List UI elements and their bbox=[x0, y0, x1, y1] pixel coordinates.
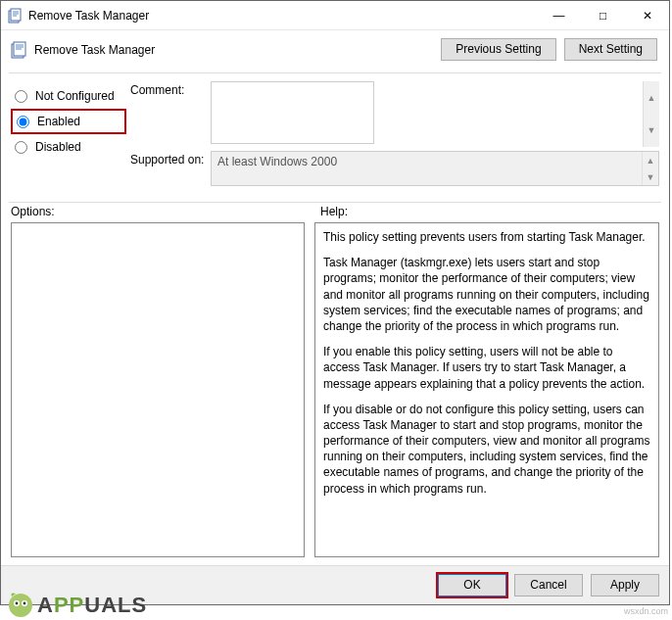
window-controls: — □ ✕ bbox=[537, 1, 669, 30]
help-paragraph: If you disable or do not configure this … bbox=[323, 402, 650, 497]
ok-button[interactable]: OK bbox=[438, 574, 506, 596]
minimize-button[interactable]: — bbox=[537, 1, 581, 30]
radio-disabled-input[interactable] bbox=[15, 141, 27, 154]
apply-button[interactable]: Apply bbox=[591, 574, 659, 596]
titlebar: Remove Task Manager — □ ✕ bbox=[1, 1, 669, 30]
settings-area: Not Configured Enabled Disabled Comment:… bbox=[1, 73, 669, 198]
comment-input[interactable] bbox=[211, 81, 374, 144]
header: Remove Task Manager Previous Setting Nex… bbox=[1, 30, 669, 69]
options-label: Options: bbox=[11, 205, 320, 218]
radio-enabled[interactable]: Enabled bbox=[11, 109, 126, 134]
scroll-down-icon[interactable]: ▼ bbox=[644, 115, 659, 148]
supported-on-value: At least Windows 2000 bbox=[217, 155, 337, 168]
help-label: Help: bbox=[320, 205, 348, 218]
scroll-arrows: ▲ ▼ bbox=[643, 81, 659, 147]
watermark-brand: APPUALS bbox=[4, 589, 147, 618]
policy-icon bbox=[7, 8, 23, 24]
brand-a: A bbox=[37, 593, 54, 618]
policy-title: Remove Task Manager bbox=[34, 43, 441, 57]
help-paragraph: Task Manager (taskmgr.exe) lets users st… bbox=[323, 255, 650, 334]
cancel-button[interactable]: Cancel bbox=[514, 574, 583, 596]
radio-label: Disabled bbox=[35, 140, 81, 154]
gpedit-dialog: Remove Task Manager — □ ✕ Remove Task Ma… bbox=[0, 0, 670, 605]
radio-label: Not Configured bbox=[35, 89, 115, 103]
next-setting-button[interactable]: Next Setting bbox=[564, 38, 657, 61]
maximize-button[interactable]: □ bbox=[581, 1, 625, 30]
panel-labels: Options: Help: bbox=[1, 203, 669, 222]
brand-pp: PP bbox=[54, 593, 84, 618]
close-button[interactable]: ✕ bbox=[625, 1, 669, 30]
previous-setting-button[interactable]: Previous Setting bbox=[441, 38, 555, 61]
window-title: Remove Task Manager bbox=[28, 9, 537, 23]
comment-label: Comment: bbox=[130, 81, 211, 147]
radio-enabled-input[interactable] bbox=[17, 116, 29, 128]
help-paragraph: If you enable this policy setting, users… bbox=[323, 344, 650, 392]
corner-watermark: wsxdn.com bbox=[624, 606, 668, 616]
help-paragraph: This policy setting prevents users from … bbox=[323, 229, 650, 245]
brand-uals: UALS bbox=[84, 593, 147, 618]
mascot-icon bbox=[4, 589, 37, 618]
radio-not-configured-input[interactable] bbox=[15, 90, 27, 103]
svg-rect-1 bbox=[11, 9, 21, 21]
scroll-up-icon[interactable]: ▲ bbox=[644, 81, 659, 115]
radio-label: Enabled bbox=[37, 115, 80, 128]
form-column: Comment: ▲ ▼ Supported on: At least Wind… bbox=[130, 81, 659, 190]
radio-not-configured[interactable]: Not Configured bbox=[11, 83, 126, 109]
scroll-down-icon[interactable]: ▼ bbox=[643, 168, 658, 185]
scroll-arrows: ▲ ▼ bbox=[642, 152, 658, 185]
radio-disabled[interactable]: Disabled bbox=[11, 134, 126, 160]
options-panel bbox=[11, 222, 305, 557]
policy-icon bbox=[9, 40, 28, 60]
help-panel: This policy setting prevents users from … bbox=[314, 222, 659, 557]
supported-label: Supported on: bbox=[130, 151, 211, 186]
svg-point-14 bbox=[24, 602, 26, 605]
supported-on-box: At least Windows 2000 ▲ ▼ bbox=[211, 151, 659, 186]
scroll-up-icon[interactable]: ▲ bbox=[643, 152, 658, 168]
svg-point-12 bbox=[16, 602, 19, 605]
state-radios: Not Configured Enabled Disabled bbox=[11, 81, 126, 190]
svg-point-10 bbox=[9, 594, 32, 617]
panels: This policy setting prevents users from … bbox=[1, 222, 669, 565]
